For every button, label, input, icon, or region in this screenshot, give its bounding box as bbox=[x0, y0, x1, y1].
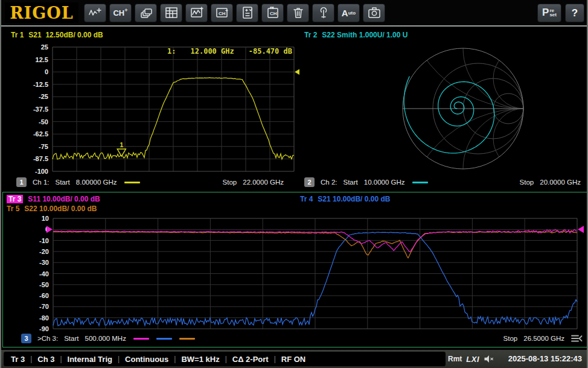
svg-text:-100: -100 bbox=[35, 168, 48, 175]
menu-collapse-button[interactable] bbox=[570, 334, 583, 343]
chart-ch3[interactable]: 100-10-20-30-40-50-60-70-80-90 bbox=[3, 192, 587, 332]
auto-label-rest: uto bbox=[348, 10, 356, 16]
svg-text:-50: -50 bbox=[39, 118, 48, 125]
channel1-stop-value[interactable]: 22.0000 GHz bbox=[243, 179, 284, 186]
help-icon: ? bbox=[572, 8, 578, 18]
toolbar-buttons: CH+ C bbox=[84, 4, 385, 22]
svg-text:-87.5: -87.5 bbox=[33, 155, 48, 162]
trace-window-button[interactable] bbox=[185, 4, 208, 22]
channel2-stop-value[interactable]: 20.0000 GHz bbox=[540, 179, 581, 186]
remote-indicator: Rmt bbox=[448, 355, 462, 363]
recall-channel-button[interactable]: CH bbox=[261, 4, 284, 22]
channel1-stop-label: Stop bbox=[223, 179, 237, 186]
svg-text:-62.5: -62.5 bbox=[33, 130, 48, 138]
panel-channel1: Tr 1 S21 12.50dB/ 0.00 dB 1: 12.000 GHz … bbox=[1, 28, 299, 191]
lxi-logo: LXI bbox=[466, 355, 479, 364]
preset-p: P bbox=[542, 7, 549, 19]
channel-add-label: CH bbox=[113, 9, 124, 17]
svg-text:1: 1 bbox=[120, 141, 123, 148]
svg-text:25: 25 bbox=[41, 43, 48, 51]
add-channel-button[interactable]: CH+ bbox=[109, 4, 132, 22]
panel-channel2: Tr 2 S22 Smith 1.000U/ 1.00 U 2 Ch 2: St… bbox=[299, 28, 588, 191]
svg-text:-50: -50 bbox=[39, 281, 49, 288]
channel1-start-label: Start bbox=[56, 179, 70, 186]
channel1-start-value[interactable]: 8.00000 GHz bbox=[76, 179, 117, 186]
channel-add-plus: + bbox=[124, 7, 127, 13]
svg-text:-70: -70 bbox=[39, 303, 49, 310]
status-separator: | bbox=[60, 355, 62, 363]
status-item: BW=1 kHz bbox=[181, 355, 219, 364]
channel-window-button[interactable]: CH + bbox=[211, 4, 233, 22]
trace1-swatch bbox=[124, 182, 140, 183]
menu-collapse-icon bbox=[570, 334, 583, 343]
trace1-info: S21 12.50dB/ 0.00 dB bbox=[28, 31, 103, 39]
delete-button[interactable] bbox=[287, 4, 309, 22]
svg-text:-75: -75 bbox=[39, 143, 48, 150]
trace1-header[interactable]: Tr 1 S21 12.50dB/ 0.00 dB bbox=[11, 31, 103, 39]
window-trace-icon bbox=[190, 5, 204, 20]
mute-icon bbox=[484, 354, 494, 364]
trace5-swatch bbox=[179, 338, 195, 340]
channel2-start-value[interactable]: 10.0000 GHz bbox=[364, 179, 405, 186]
trace2-header[interactable]: Tr 2 S22 Smith 1.000U/ 1.00 U bbox=[304, 31, 407, 39]
status-items: Tr 3|Ch 3|Internal Trig|Continuous|BW=1 … bbox=[4, 352, 446, 366]
channel1-footer: 1 Ch 1: Start 8.00000 GHz Stop 22.0000 G… bbox=[1, 175, 299, 189]
trace-add-icon bbox=[88, 5, 103, 20]
panel-channel3-active: Tr 3 S11 10.00dB/ 0.00 dB Tr 5 S22 10.00… bbox=[2, 192, 588, 347]
channel3-start-label: Start bbox=[64, 335, 78, 342]
save-state-button[interactable] bbox=[236, 4, 258, 22]
state-list-icon bbox=[240, 5, 255, 20]
channel3-start-value[interactable]: 500.000 MHz bbox=[85, 335, 126, 342]
channel1-badge[interactable]: 1 bbox=[16, 177, 27, 187]
channel2-footer: 2 Ch 2: Start 10.0000 GHz Stop 20.0000 G… bbox=[299, 175, 588, 189]
window-layout-button[interactable] bbox=[135, 4, 157, 22]
smith-chart-ch2[interactable] bbox=[299, 42, 588, 174]
status-item: Tr 3 bbox=[11, 355, 25, 364]
status-separator: | bbox=[30, 355, 32, 363]
svg-text:CH: CH bbox=[219, 11, 226, 16]
trash-icon bbox=[291, 5, 305, 20]
svg-text:0: 0 bbox=[45, 68, 48, 75]
channel3-badge[interactable]: 3 bbox=[21, 334, 31, 343]
channel-file-icon: CH bbox=[266, 5, 280, 20]
table-icon bbox=[164, 5, 179, 20]
screenshot-button[interactable] bbox=[363, 4, 385, 22]
help-button[interactable]: ? bbox=[565, 4, 584, 22]
chart-ch1[interactable]: 2512.50-12.5-25-37.5-50-62.5-75-87.5-100… bbox=[1, 43, 299, 175]
svg-text:-30: -30 bbox=[39, 259, 49, 266]
layers-icon bbox=[139, 5, 153, 20]
status-item: RF ON bbox=[281, 355, 305, 364]
channel2-label: Ch 2: bbox=[321, 179, 337, 186]
status-item: Continuous bbox=[125, 355, 168, 364]
svg-text:-20: -20 bbox=[39, 248, 49, 255]
status-separator: | bbox=[274, 355, 276, 363]
trace4-swatch bbox=[156, 338, 172, 340]
toolbar-right: P reset ? bbox=[537, 4, 584, 22]
status-bar: Tr 3|Ch 3|Internal Trig|Continuous|BW=1 … bbox=[1, 350, 587, 368]
svg-text:-60: -60 bbox=[39, 292, 49, 299]
preset-button[interactable]: P reset bbox=[537, 4, 561, 22]
channel2-badge[interactable]: 2 bbox=[304, 177, 315, 187]
measurement-table-button[interactable] bbox=[160, 4, 182, 22]
auto-scale-button[interactable]: Auto bbox=[337, 4, 360, 22]
channel1-label: Ch 1: bbox=[33, 179, 50, 186]
rigol-logo: RIGOL bbox=[5, 2, 78, 23]
vna-screen: RIGOL CH+ bbox=[0, 0, 588, 368]
channel3-stop-value[interactable]: 26.5000 GHz bbox=[523, 335, 564, 342]
status-right: Rmt LXI bbox=[448, 352, 494, 366]
channel3-footer: 3 >Ch 3: Start 500.000 MHz Stop 26.5000 … bbox=[3, 331, 587, 346]
top-toolbar: RIGOL CH+ bbox=[1, 0, 587, 27]
touch-icon bbox=[316, 5, 331, 20]
svg-text:-37.5: -37.5 bbox=[33, 106, 48, 113]
status-separator: | bbox=[118, 355, 120, 363]
svg-text:12.5: 12.5 bbox=[36, 56, 48, 63]
touch-button[interactable] bbox=[312, 4, 334, 22]
auto-label-a: A bbox=[342, 8, 348, 17]
channel3-label: >Ch 3: bbox=[37, 335, 58, 342]
svg-text:-12.5: -12.5 bbox=[33, 81, 48, 88]
trace2-info: S22 Smith 1.000U/ 1.00 U bbox=[322, 31, 407, 39]
add-trace-button[interactable] bbox=[84, 4, 106, 22]
svg-text:-25: -25 bbox=[39, 93, 48, 100]
status-item: Internal Trig bbox=[68, 355, 112, 364]
svg-text:-10: -10 bbox=[39, 237, 49, 244]
